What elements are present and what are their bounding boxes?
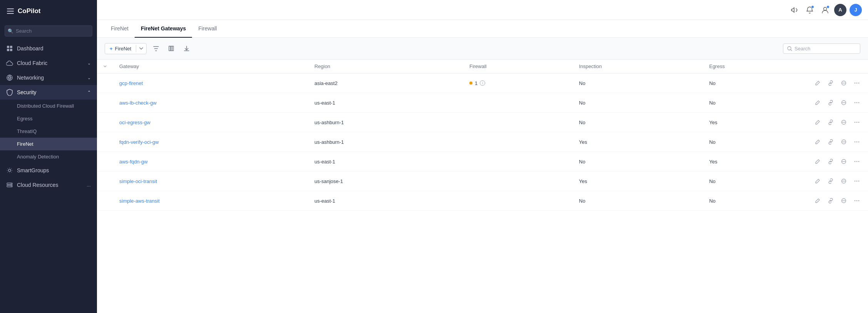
link-button[interactable] bbox=[826, 117, 836, 127]
edit-button[interactable] bbox=[813, 176, 823, 186]
cell-firewall bbox=[463, 93, 573, 113]
table-row: oci-egress-gwus-ashburn-1NoYes bbox=[97, 113, 868, 132]
cell-gateway[interactable]: simple-oci-transit bbox=[113, 171, 308, 191]
more-button[interactable] bbox=[852, 117, 862, 127]
sidebar-item-label: SmartGroups bbox=[17, 167, 49, 173]
notification-badge bbox=[811, 5, 814, 8]
cell-actions bbox=[806, 171, 868, 191]
link-button[interactable] bbox=[826, 78, 836, 88]
table-search-input[interactable] bbox=[795, 46, 856, 52]
sidebar-item-networking[interactable]: Networking ⌄ bbox=[0, 70, 97, 85]
tab-firewall[interactable]: Firewall bbox=[192, 20, 223, 38]
sidebar-item-label: Security bbox=[17, 89, 37, 95]
svg-point-22 bbox=[858, 83, 860, 84]
edit-button[interactable] bbox=[813, 137, 823, 147]
row-expand bbox=[97, 113, 113, 132]
link-button[interactable] bbox=[826, 196, 836, 206]
sidebar-item-cloud-fabric[interactable]: Cloud Fabric ⌄ bbox=[0, 56, 97, 70]
gateways-table: Gateway Region Firewall Inspection Egres… bbox=[97, 60, 868, 211]
avatar-j[interactable]: J bbox=[850, 4, 862, 16]
sidebar-item-distributed-cloud-firewall[interactable]: Distributed Cloud Firewall bbox=[0, 100, 97, 112]
app-logo[interactable]: CoPilot bbox=[0, 0, 97, 22]
sidebar-item-egress[interactable]: Egress bbox=[0, 112, 97, 125]
sidebar-item-firenet[interactable]: FireNet bbox=[0, 138, 97, 150]
cell-gateway[interactable]: aws-fqdn-gw bbox=[113, 152, 308, 171]
sidebar-item-anomaly-detection[interactable]: Anomaly Detection bbox=[0, 150, 97, 163]
download-button[interactable] bbox=[180, 42, 193, 55]
tab-firenet-gateways[interactable]: FireNet Gateways bbox=[135, 20, 192, 38]
disable-button[interactable] bbox=[839, 176, 849, 186]
filter-button[interactable] bbox=[150, 42, 162, 55]
disable-button[interactable] bbox=[839, 137, 849, 147]
cell-gateway[interactable]: gcp-firenet bbox=[113, 73, 308, 93]
svg-point-14 bbox=[823, 7, 826, 10]
info-icon[interactable]: i bbox=[480, 80, 485, 86]
cell-gateway[interactable]: simple-aws-transit bbox=[113, 191, 308, 211]
columns-button[interactable] bbox=[165, 42, 177, 55]
th-firewall[interactable]: Firewall bbox=[463, 60, 573, 73]
cell-region: us-ashburn-1 bbox=[308, 132, 463, 152]
svg-rect-3 bbox=[7, 46, 9, 48]
user-status-button[interactable] bbox=[819, 4, 831, 16]
tab-firenet[interactable]: FireNet bbox=[105, 20, 135, 38]
cell-actions bbox=[806, 93, 868, 113]
row-expand bbox=[97, 93, 113, 113]
edit-button[interactable] bbox=[813, 78, 823, 88]
disable-button[interactable] bbox=[839, 117, 849, 127]
cell-inspection: No bbox=[573, 73, 703, 93]
avatar-a[interactable]: A bbox=[834, 4, 846, 16]
svg-point-12 bbox=[11, 183, 12, 184]
add-firenet-button[interactable]: + FireNet bbox=[105, 43, 147, 54]
cell-gateway[interactable]: fqdn-verify-oci-gw bbox=[113, 132, 308, 152]
grid-icon bbox=[6, 45, 13, 52]
notifications-button[interactable] bbox=[803, 4, 816, 16]
th-inspection[interactable]: Inspection bbox=[573, 60, 703, 73]
cell-inspection: No bbox=[573, 191, 703, 211]
sidebar-item-threatiq[interactable]: ThreatIQ bbox=[0, 125, 97, 138]
svg-point-36 bbox=[855, 161, 856, 162]
edit-button[interactable] bbox=[813, 98, 823, 108]
cell-gateway[interactable]: oci-egress-gw bbox=[113, 113, 308, 132]
svg-point-30 bbox=[858, 122, 860, 123]
svg-point-21 bbox=[856, 83, 858, 84]
edit-button[interactable] bbox=[813, 117, 823, 127]
sidebar-item-dashboard[interactable]: Dashboard bbox=[0, 41, 97, 56]
disable-button[interactable] bbox=[839, 156, 849, 166]
cell-actions bbox=[806, 73, 868, 93]
svg-point-37 bbox=[856, 161, 858, 162]
megaphone-button[interactable] bbox=[788, 4, 800, 16]
sidebar-item-label: Networking bbox=[17, 75, 44, 81]
th-region[interactable]: Region bbox=[308, 60, 463, 73]
edit-button[interactable] bbox=[813, 196, 823, 206]
link-button[interactable] bbox=[826, 156, 836, 166]
more-button[interactable] bbox=[852, 98, 862, 108]
more-button[interactable] bbox=[852, 176, 862, 186]
th-gateway[interactable]: Gateway bbox=[113, 60, 308, 73]
more-button[interactable] bbox=[852, 196, 862, 206]
disable-button[interactable] bbox=[839, 98, 849, 108]
sidebar-search-input[interactable] bbox=[5, 25, 92, 37]
link-button[interactable] bbox=[826, 176, 836, 186]
sidebar-item-cloud-resources[interactable]: Cloud Resources … bbox=[0, 178, 97, 192]
disable-button[interactable] bbox=[839, 196, 849, 206]
add-firenet-dropdown[interactable] bbox=[136, 45, 146, 52]
cell-egress: No bbox=[703, 191, 806, 211]
th-egress[interactable]: Egress bbox=[703, 60, 806, 73]
more-button[interactable] bbox=[852, 78, 862, 88]
app-name: CoPilot bbox=[18, 7, 41, 15]
cell-gateway[interactable]: aws-lb-check-gw bbox=[113, 93, 308, 113]
sidebar-item-smartgroups[interactable]: SmartGroups bbox=[0, 163, 97, 178]
more-button[interactable] bbox=[852, 156, 862, 166]
svg-point-25 bbox=[856, 102, 858, 103]
sidebar-item-security[interactable]: Security ⌃ bbox=[0, 85, 97, 100]
link-button[interactable] bbox=[826, 98, 836, 108]
edit-button[interactable] bbox=[813, 156, 823, 166]
link-button[interactable] bbox=[826, 137, 836, 147]
table-row: simple-aws-transitus-east-1NoNo bbox=[97, 191, 868, 211]
cell-egress: Yes bbox=[703, 152, 806, 171]
row-expand bbox=[97, 73, 113, 93]
more-button[interactable] bbox=[852, 137, 862, 147]
disable-button[interactable] bbox=[839, 78, 849, 88]
search-icon bbox=[787, 46, 792, 51]
row-expand bbox=[97, 132, 113, 152]
